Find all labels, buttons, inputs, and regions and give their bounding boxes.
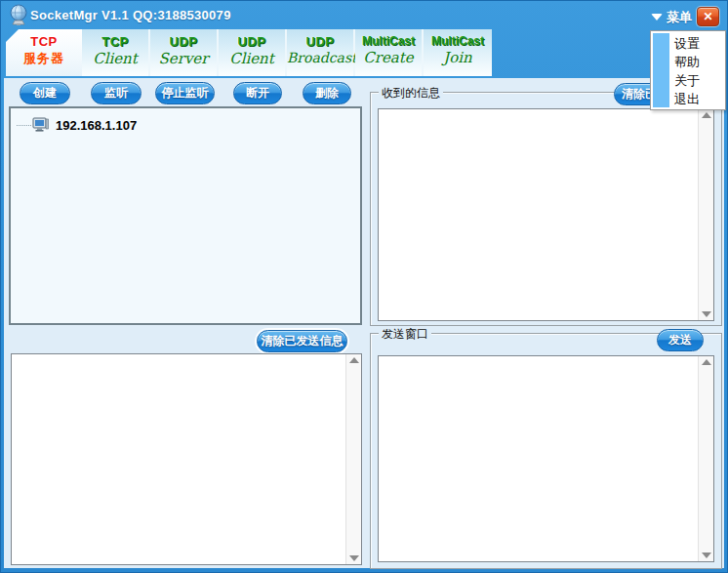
create-button[interactable]: 创建 — [20, 82, 70, 104]
tab-label-line1: UDP — [219, 34, 285, 49]
app-window: SocketMgr V1.1 QQ:3188530079 菜单 ✕ TCP 服务… — [0, 0, 728, 573]
tab-multicast-create[interactable]: MultiCast Create — [355, 29, 424, 76]
tab-label-line2: 服务器 — [6, 50, 82, 67]
tab-tcp-client[interactable]: TCP Client — [82, 29, 150, 76]
window-title: SocketMgr V1.1 QQ:3188530079 — [30, 8, 231, 22]
clear-sent-button[interactable]: 清除已发送信息 — [257, 330, 347, 352]
tab-label-line2: Join — [424, 49, 492, 66]
scroll-down-icon[interactable] — [702, 553, 711, 558]
scroll-down-icon[interactable] — [702, 311, 711, 317]
tab-label-line1: TCP — [82, 34, 148, 49]
server-tree[interactable]: 192.168.1.107 — [9, 106, 362, 325]
tab-label-line1: TCP — [6, 34, 82, 49]
tab-label-line2: Client — [219, 50, 285, 67]
menu-item-exit[interactable]: 退出 — [674, 90, 723, 108]
tree-item-server[interactable]: 192.168.1.107 — [17, 116, 137, 134]
tab-tcp-server[interactable]: TCP 服务器 — [6, 29, 82, 76]
tab-label-line2: Broadcast — [287, 50, 353, 65]
close-button[interactable]: ✕ — [697, 7, 719, 26]
send-scrollbar[interactable] — [698, 356, 713, 561]
menu-item-settings[interactable]: 设置 — [674, 34, 723, 53]
menu-dropdown: 设置 帮助 关于 退出 — [650, 30, 726, 110]
tab-udp-server[interactable]: UDP Server — [150, 29, 219, 76]
app-globe-icon — [8, 4, 29, 26]
tab-udp-client[interactable]: UDP Client — [219, 29, 287, 76]
tab-label-line2: Create — [355, 49, 422, 66]
received-messages-area[interactable] — [378, 108, 714, 321]
close-icon: ✕ — [703, 10, 712, 23]
menu-button[interactable]: 菜单 — [651, 9, 692, 25]
scroll-down-icon[interactable] — [349, 555, 359, 561]
tab-label-line2: Client — [82, 50, 148, 67]
stop-listen-button[interactable]: 停止监听 — [155, 82, 215, 104]
tree-connector — [17, 125, 31, 126]
tab-label-line1: UDP — [150, 34, 217, 49]
send-group-title: 发送窗口 — [379, 326, 431, 343]
tab-udp-broadcast[interactable]: UDP Broadcast — [287, 29, 355, 76]
title-bar: SocketMgr V1.1 QQ:3188530079 菜单 ✕ — [1, 1, 727, 28]
scroll-up-icon[interactable] — [349, 357, 359, 363]
received-scrollbar[interactable] — [698, 109, 713, 320]
menu-button-label: 菜单 — [667, 9, 692, 26]
tab-label-line1: MultiCast — [355, 34, 422, 48]
scroll-up-icon[interactable] — [702, 112, 711, 118]
sent-messages-area[interactable] — [11, 353, 362, 565]
tab-multicast-join[interactable]: MultiCast Join — [424, 29, 492, 76]
menu-item-help[interactable]: 帮助 — [674, 53, 723, 71]
tab-label-line1: MultiCast — [424, 34, 492, 48]
received-group-title: 收到的信息 — [379, 85, 443, 102]
menu-item-about[interactable]: 关于 — [674, 71, 723, 90]
tree-item-label: 192.168.1.107 — [56, 118, 137, 133]
computer-icon — [32, 117, 50, 133]
scroll-up-icon[interactable] — [702, 359, 711, 365]
menu-dropdown-icon — [651, 14, 663, 20]
listen-button[interactable]: 监听 — [91, 82, 142, 104]
delete-button[interactable]: 删除 — [303, 82, 351, 104]
disconnect-button[interactable]: 断开 — [233, 82, 282, 104]
sent-scrollbar[interactable] — [345, 354, 361, 564]
send-input-area[interactable] — [378, 355, 714, 562]
tab-label-line2: Server — [150, 50, 217, 67]
menu-icon-gutter — [653, 33, 669, 107]
send-button[interactable]: 发送 — [657, 329, 704, 351]
tab-label-line1: UDP — [287, 34, 353, 49]
